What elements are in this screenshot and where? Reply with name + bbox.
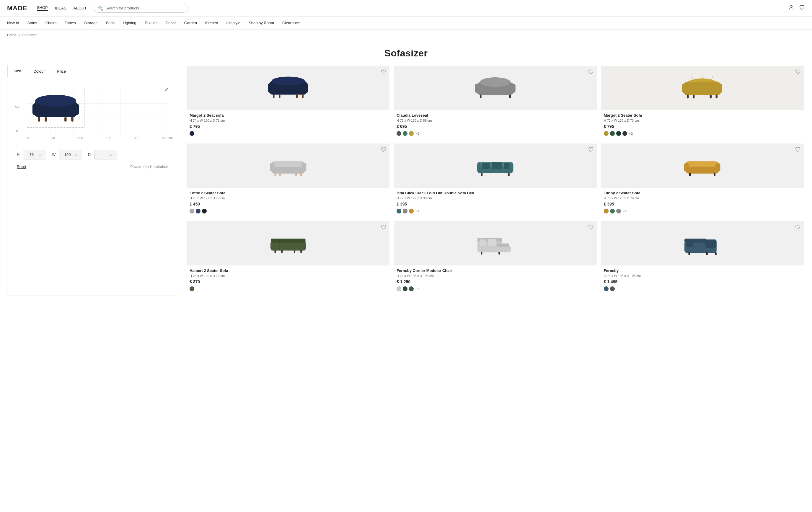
page-title: Sofasizer <box>0 48 812 59</box>
product-image-wrap <box>186 143 389 188</box>
swatch[interactable] <box>397 209 401 214</box>
subnav-new-in[interactable]: New In <box>7 21 19 25</box>
product-info: Claudia Loveseat H 72 x W 130 x D 89 cm … <box>394 110 597 139</box>
svg-rect-57 <box>477 164 481 172</box>
sub-nav: New In Sofas Chairs Tables Storage Beds … <box>0 17 812 30</box>
svg-point-0 <box>790 5 792 7</box>
swatch[interactable] <box>604 209 609 214</box>
wishlist-button[interactable] <box>588 146 594 154</box>
subnav-sofas[interactable]: Sofas <box>27 21 37 25</box>
h-input[interactable] <box>26 151 37 158</box>
more-colors[interactable]: +3 <box>416 132 419 135</box>
breadcrumb: Home > Sofasizer <box>0 30 812 41</box>
tab-price[interactable]: Price <box>51 65 72 77</box>
more-colors[interactable]: +10 <box>623 209 629 213</box>
subnav-beds[interactable]: Beds <box>106 21 115 25</box>
swatch[interactable] <box>403 286 407 291</box>
svg-rect-31 <box>510 84 516 93</box>
product-name: Claudia Loveseat <box>397 113 593 117</box>
swatch[interactable] <box>190 209 194 214</box>
swatch[interactable] <box>397 286 401 291</box>
swatch[interactable] <box>610 209 615 214</box>
swatch[interactable] <box>409 286 414 291</box>
nav-shop[interactable]: SHOP <box>37 5 48 11</box>
swatch[interactable] <box>403 131 407 136</box>
wishlist-icon[interactable] <box>799 4 805 12</box>
swatch[interactable] <box>604 131 609 136</box>
wishlist-button[interactable] <box>795 69 801 76</box>
svg-rect-85 <box>481 252 482 255</box>
subnav-decor[interactable]: Decor <box>166 21 176 25</box>
nav-ideas[interactable]: IDEAS <box>55 6 66 10</box>
swatch[interactable] <box>616 209 621 214</box>
sofa-illustration <box>28 89 83 126</box>
swatch[interactable] <box>409 131 414 136</box>
subnav-garden[interactable]: Garden <box>184 21 197 25</box>
wishlist-button[interactable] <box>381 69 386 76</box>
swatch[interactable] <box>610 131 615 136</box>
breadcrumb-home[interactable]: Home <box>7 33 17 37</box>
more-colors[interactable]: +1 <box>416 209 419 213</box>
wishlist-button[interactable] <box>795 224 801 231</box>
w-input[interactable] <box>62 151 74 158</box>
product-margot-2-seater[interactable]: Margot 2 Seater Sofa H 72 x W 130 x D 73… <box>601 66 804 139</box>
product-halbert[interactable]: Halbert 2 Seater Sofa H 75 x W 120 x D 7… <box>186 221 389 295</box>
h-input-wrap[interactable]: cm <box>23 150 46 160</box>
nav-about[interactable]: ABOUT <box>74 6 87 10</box>
subnav-textiles[interactable]: Textiles <box>145 21 157 25</box>
product-fernsby-corner[interactable]: Fernsby Corner Modular Chair H 74 x W 10… <box>394 221 597 295</box>
swatch[interactable] <box>610 286 615 291</box>
svg-rect-48 <box>274 173 276 176</box>
logo[interactable]: MADE <box>7 4 27 12</box>
swatch[interactable] <box>409 209 414 214</box>
tab-colour[interactable]: Colour <box>27 65 51 77</box>
swatch[interactable] <box>202 209 207 214</box>
subnav-shop-by-room[interactable]: Shop by Room <box>249 21 274 25</box>
product-bria[interactable]: Bria Click Clack Fold Out Double Sofa Be… <box>394 143 597 217</box>
x-label-50: 50 <box>51 136 55 140</box>
product-name: Margot 2 Seat sofa <box>190 113 386 117</box>
swatch[interactable] <box>622 131 627 136</box>
swatch[interactable] <box>190 131 194 136</box>
wishlist-button[interactable] <box>588 69 594 76</box>
reset-button[interactable]: Reset <box>17 165 26 169</box>
product-price: £ 695 <box>397 124 593 129</box>
tab-size[interactable]: Size <box>7 65 27 77</box>
subnav-lighting[interactable]: Lighting <box>123 21 137 25</box>
product-sofa-img <box>680 150 724 181</box>
subnav-chairs[interactable]: Chairs <box>46 21 57 25</box>
swatch[interactable] <box>604 286 609 291</box>
expand-button[interactable]: ⤢ <box>165 87 169 92</box>
wishlist-button[interactable] <box>381 224 386 231</box>
subnav-lifestyle[interactable]: Lifestyle <box>226 21 240 25</box>
product-image-wrap <box>601 66 804 110</box>
swatch[interactable] <box>397 131 401 136</box>
breadcrumb-separator: > <box>18 33 20 37</box>
search-bar[interactable]: 🔍 <box>94 4 188 13</box>
subnav-kitchen[interactable]: Kitchen <box>205 21 218 25</box>
w-input-wrap[interactable]: cm <box>59 150 82 160</box>
subnav-tables[interactable]: Tables <box>65 21 76 25</box>
swatch[interactable] <box>190 286 194 291</box>
user-icon[interactable] <box>788 4 794 12</box>
swatch[interactable] <box>403 209 407 214</box>
product-margot-2-seat[interactable]: Margot 2 Seat sofa H 74 x W 130 x D 73 c… <box>186 66 389 139</box>
d-input-wrap[interactable]: cm <box>94 150 117 160</box>
d-input[interactable] <box>97 151 109 158</box>
subnav-clearance[interactable]: Clearance <box>282 21 300 25</box>
main-nav: SHOP IDEAS ABOUT <box>37 5 87 11</box>
product-fernsby[interactable]: Fernsby H 74 x W 108 x D 108 cm £ 1,495 <box>601 221 804 295</box>
search-input[interactable] <box>106 6 184 10</box>
product-tubby[interactable]: Tubby 2 Seater Sofa H 73 x W 125 x D 76 … <box>601 143 804 217</box>
swatch[interactable] <box>196 209 201 214</box>
product-claudia-loveseat[interactable]: Claudia Loveseat H 72 x W 130 x D 89 cm … <box>394 66 597 139</box>
wishlist-button[interactable] <box>381 146 386 154</box>
wishlist-button[interactable] <box>795 146 801 154</box>
more-colors[interactable]: +4 <box>416 287 419 290</box>
swatch[interactable] <box>616 131 621 136</box>
wishlist-button[interactable] <box>588 224 594 231</box>
subnav-storage[interactable]: Storage <box>84 21 98 25</box>
products-bottom-grid: Lottie 2 Seater Sofa H 75 x W 127 x D 79… <box>185 142 805 296</box>
more-colors[interactable]: +2 <box>629 132 633 135</box>
product-lottie[interactable]: Lottie 2 Seater Sofa H 75 x W 127 x D 79… <box>186 143 389 217</box>
